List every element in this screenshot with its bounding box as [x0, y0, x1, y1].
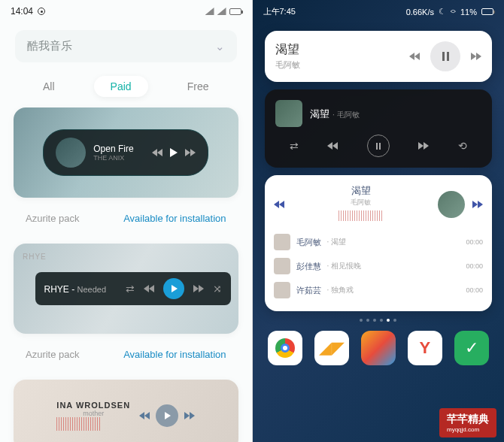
tab-paid[interactable]: Paid — [94, 76, 148, 97]
shuffle-button[interactable]: ⇄ — [290, 140, 299, 152]
app-icon[interactable]: Y — [408, 331, 442, 365]
album-art — [275, 100, 302, 127]
next-button[interactable] — [418, 142, 429, 150]
prev-icon — [139, 412, 150, 419]
pause-button[interactable] — [367, 135, 390, 157]
repeat-icon: ⤨ — [213, 283, 222, 295]
track-thumb — [274, 282, 290, 298]
song-artist: THE ANIX — [93, 154, 144, 162]
status-time: 上午7:45 — [263, 6, 296, 17]
player-mini-widget: INA WROLDSEN mother — [43, 401, 208, 431]
pack-name: Azurite pack — [26, 213, 80, 224]
play-button — [163, 278, 184, 299]
next-button[interactable] — [471, 53, 481, 60]
next-icon — [185, 149, 196, 156]
chrome-app-icon[interactable] — [268, 331, 302, 365]
play-icon — [170, 148, 178, 157]
tab-free[interactable]: Free — [171, 76, 226, 97]
track-thumb — [274, 258, 290, 274]
track-thumb — [274, 234, 290, 250]
song-title: RHYE - — [44, 284, 77, 295]
song-title: Open Fire — [93, 144, 144, 154]
prev-icon — [144, 285, 154, 292]
shuffle-icon: ⇄ — [126, 283, 135, 295]
filter-tabs: All Paid Free — [0, 70, 252, 107]
waveform-icon — [56, 417, 102, 431]
dock: ◢◤ Y ✓ — [253, 326, 505, 373]
song-title: 渴望 — [275, 42, 300, 58]
moon-icon: ☾ — [439, 7, 446, 17]
playlist-item[interactable]: 彭佳慧 · 相见恨晚 00:00 — [274, 254, 484, 278]
page-indicator[interactable] — [253, 319, 505, 322]
prev-button[interactable] — [274, 201, 284, 208]
song-artist: · 毛阿敏 — [332, 110, 360, 119]
player-pill-widget: Open Fire THE ANIX — [43, 129, 208, 176]
pause-button[interactable] — [430, 41, 460, 71]
playlist-item[interactable]: 毛阿敏 · 渴望 00:00 — [274, 230, 484, 254]
card-preview: RHYE RHYE - Needed ⇄ ⤨ — [14, 244, 238, 334]
tab-all[interactable]: All — [26, 76, 71, 97]
card-preview: INA WROLDSEN mother — [14, 380, 238, 442]
next-button[interactable] — [472, 201, 483, 208]
song-artist: 毛阿敏 — [275, 59, 300, 71]
battery-icon — [481, 8, 493, 15]
phone-left: 14:04 酷我音乐 ⌄ All Paid Free Open Fire THE… — [0, 0, 253, 442]
install-status[interactable]: Available for installation — [123, 213, 226, 224]
app-icon[interactable] — [361, 331, 396, 365]
card-preview: Open Fire THE ANIX — [14, 107, 238, 198]
music-widget-light[interactable]: 渴望 毛阿敏 — [265, 31, 493, 82]
net-speed: 0.66K/s — [406, 8, 434, 17]
preview-label: RHYE — [23, 253, 47, 261]
app-icon[interactable]: ✓ — [454, 331, 489, 365]
prev-button[interactable] — [409, 53, 420, 60]
waveform-icon — [339, 210, 384, 221]
target-icon — [38, 8, 45, 15]
playlist-item[interactable]: 许茹芸 · 独角戏 00:00 — [274, 278, 484, 302]
widget-card[interactable]: Open Fire THE ANIX — [14, 107, 238, 198]
play-button — [156, 404, 178, 427]
wifi-icon: ⌔ — [451, 8, 456, 17]
wifi-icon — [205, 8, 214, 15]
player-bar-widget: RHYE - Needed ⇄ ⤨ — [35, 272, 231, 305]
status-time: 14:04 — [11, 6, 33, 17]
next-icon — [193, 285, 204, 292]
signal-icon — [217, 8, 226, 15]
card-footer: Azurite pack Available for installation — [14, 340, 238, 369]
watermark: 芊芊精典 myqqjd.com — [439, 408, 496, 437]
battery-pct: 11% — [460, 8, 477, 17]
card-footer: Azurite pack Available for installation — [14, 204, 238, 233]
status-bar: 14:04 — [0, 0, 252, 23]
album-art — [56, 138, 86, 168]
widget-card[interactable]: RHYE RHYE - Needed ⇄ ⤨ — [14, 244, 238, 334]
app-icon[interactable]: ◢◤ — [314, 331, 349, 365]
chevron-down-icon: ⌄ — [215, 40, 225, 53]
widget-card[interactable]: INA WROLDSEN mother — [14, 380, 238, 442]
song-title: 渴望 — [292, 184, 431, 198]
dropdown-label: 酷我音乐 — [27, 39, 72, 53]
song-artist: INA WROLDSEN — [56, 401, 130, 410]
next-icon — [184, 412, 195, 419]
status-bar: 上午7:45 0.66K/s ☾ ⌔ 11% — [253, 0, 505, 23]
source-dropdown[interactable]: 酷我音乐 ⌄ — [15, 30, 237, 62]
music-widget-dark[interactable]: 渴望 · 毛阿敏 ⇄ ⟲ — [265, 89, 493, 168]
prev-icon — [152, 149, 162, 156]
phone-right: 上午7:45 0.66K/s ☾ ⌔ 11% 渴望 毛阿敏 渴 — [253, 0, 505, 442]
song-track: mother — [56, 410, 130, 417]
song-title: 渴望 — [310, 108, 329, 120]
install-status[interactable]: Available for installation — [123, 349, 226, 360]
album-art — [438, 191, 465, 218]
song-artist: 毛阿敏 — [292, 198, 431, 207]
prev-button[interactable] — [327, 142, 338, 150]
battery-icon — [229, 8, 241, 15]
pack-name: Azurite pack — [26, 349, 80, 360]
repeat-button[interactable]: ⟲ — [458, 140, 467, 152]
song-track: Needed — [77, 285, 107, 294]
music-widget-playlist[interactable]: 渴望 毛阿敏 毛阿敏 · 渴望 00:00 彭佳慧 · 相见恨晚 00:00 — [265, 175, 493, 311]
playlist: 毛阿敏 · 渴望 00:00 彭佳慧 · 相见恨晚 00:00 许茹芸 · 独角… — [274, 230, 484, 302]
